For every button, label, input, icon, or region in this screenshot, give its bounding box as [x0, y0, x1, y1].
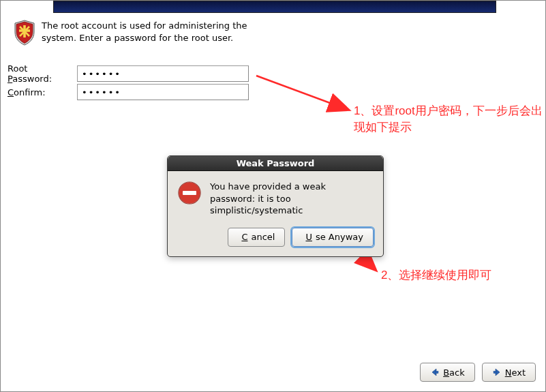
svg-rect-1: [19, 29, 30, 32]
use-anyway-button[interactable]: Use Anyway: [292, 228, 374, 247]
dialog-body: You have provided a weak password: it is…: [168, 171, 383, 221]
root-password-input[interactable]: [77, 65, 249, 82]
annotation-arrow-1: [253, 72, 362, 120]
back-button[interactable]: Back: [420, 363, 475, 382]
svg-rect-6: [183, 191, 196, 195]
cancel-button[interactable]: Cancel: [228, 228, 285, 247]
root-password-row: Root Password:: [7, 63, 249, 84]
next-button[interactable]: Next: [482, 363, 536, 382]
description-text: The root account is used for administeri…: [42, 20, 260, 44]
dialog-message: You have provided a weak password: it is…: [210, 181, 374, 217]
dialog-title: Weak Password: [168, 156, 383, 171]
confirm-row: Confirm:: [7, 84, 249, 100]
confirm-input[interactable]: [77, 84, 249, 100]
svg-line-2: [256, 76, 348, 110]
shield-icon: [13, 20, 36, 46]
annotation-1: 1、设置root用户密码，下一步后会出现如下提示: [354, 103, 545, 136]
weak-password-dialog: Weak Password You have provided a weak p…: [167, 155, 384, 257]
nav-buttons: Back Next: [420, 363, 536, 382]
confirm-label: Confirm:: [7, 87, 74, 97]
arrow-left-icon: [430, 367, 440, 377]
top-banner: [53, 1, 496, 13]
svg-rect-7: [436, 371, 438, 373]
svg-rect-8: [494, 371, 496, 373]
root-password-label: Root Password:: [7, 63, 74, 84]
description-row: The root account is used for administeri…: [13, 20, 260, 46]
annotation-2: 2、选择继续使用即可: [381, 267, 491, 284]
arrow-right-icon: [492, 367, 502, 377]
stop-icon: [177, 181, 202, 205]
dialog-buttons: Cancel Use Anyway: [168, 221, 383, 256]
